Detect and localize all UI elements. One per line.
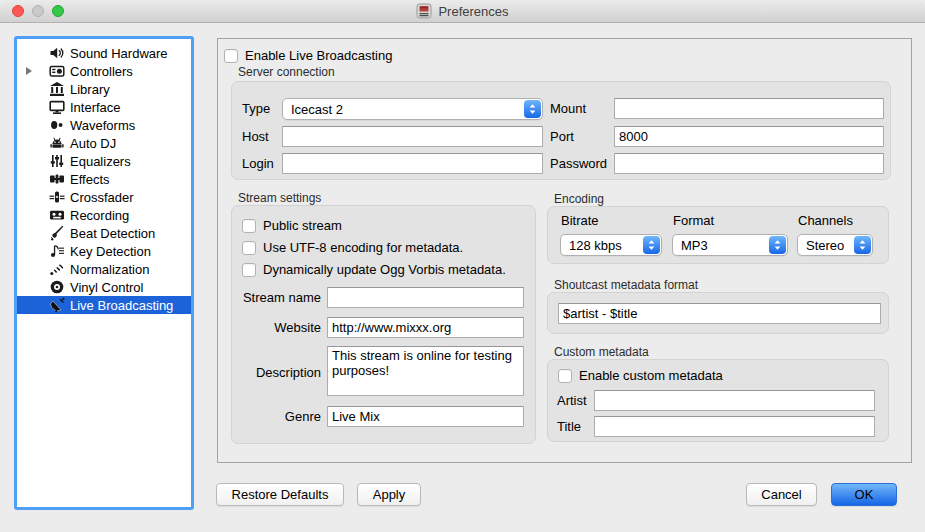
- window-title: Preferences: [438, 4, 508, 19]
- sidebar-item-vinyl-control[interactable]: Vinyl Control: [17, 278, 191, 296]
- title-input[interactable]: [594, 416, 875, 437]
- host-input[interactable]: [282, 126, 543, 147]
- type-dropdown[interactable]: Icecast 2: [282, 98, 543, 120]
- website-label: Website: [232, 317, 321, 338]
- sidebar-item-interface[interactable]: Interface: [17, 98, 191, 116]
- checkbox-box[interactable]: [242, 263, 256, 277]
- preferences-app-icon: [416, 3, 432, 19]
- custom-metadata-group: Enable custom metadata Artist Title: [547, 359, 889, 442]
- bitrate-dropdown-value: 128 kbps: [569, 238, 622, 253]
- sidebar-item-normalization[interactable]: Normalization: [17, 260, 191, 278]
- mount-input[interactable]: [614, 98, 884, 119]
- crossfader-icon: [49, 189, 65, 205]
- live-broadcasting-pane: Enable Live Broadcasting Server connecti…: [217, 38, 912, 463]
- enable-custom-metadata-label: Enable custom metadata: [579, 368, 723, 383]
- bitrate-label: Bitrate: [561, 210, 599, 231]
- robot-icon: [49, 135, 65, 151]
- sidebar-item-label: Crossfader: [70, 190, 134, 205]
- genre-input[interactable]: [327, 406, 524, 427]
- sidebar-item-crossfader[interactable]: Crossfader: [17, 188, 191, 206]
- artist-input[interactable]: [594, 390, 875, 411]
- sidebar-item-label: Vinyl Control: [70, 280, 143, 295]
- channels-label: Channels: [798, 210, 853, 231]
- waveform-icon: [49, 117, 65, 133]
- dropdown-stepper-icon: [643, 236, 660, 254]
- description-label: Description: [232, 362, 321, 383]
- public-stream-label: Public stream: [263, 218, 342, 233]
- sidebar-item-label: Recording: [70, 208, 129, 223]
- artist-label: Artist: [557, 390, 587, 411]
- channels-dropdown-value: Stereo: [806, 238, 844, 253]
- format-dropdown[interactable]: MP3: [672, 234, 788, 256]
- ok-button[interactable]: OK: [831, 483, 897, 506]
- shoutcast-format-input[interactable]: [558, 303, 881, 324]
- checkbox-box[interactable]: [558, 369, 572, 383]
- stream-name-input[interactable]: [327, 287, 524, 308]
- custom-metadata-title: Custom metadata: [554, 345, 649, 359]
- stream-name-label: Stream name: [232, 287, 321, 308]
- dropdown-stepper-icon: [769, 236, 786, 254]
- title-bar: Preferences: [0, 0, 925, 23]
- description-textarea[interactable]: This stream is online for testing purpos…: [327, 346, 524, 396]
- stream-settings-title: Stream settings: [238, 191, 321, 205]
- sidebar-item-label: Beat Detection: [70, 226, 155, 241]
- sidebar-item-effects[interactable]: Effects: [17, 170, 191, 188]
- format-label: Format: [673, 210, 714, 231]
- password-input[interactable]: [614, 153, 884, 174]
- satellite-dish-icon: [49, 297, 65, 313]
- preferences-window: { "window": { "title": "Preferences" }, …: [0, 0, 925, 532]
- cancel-button[interactable]: Cancel: [746, 483, 817, 506]
- sidebar-item-label: Auto DJ: [70, 136, 116, 151]
- dropdown-stepper-icon: [854, 236, 871, 254]
- preferences-sidebar: Sound Hardware Controllers Library Inter…: [14, 36, 194, 510]
- sidebar-item-library[interactable]: Library: [17, 80, 191, 98]
- sidebar-item-label: Live Broadcasting: [70, 298, 173, 313]
- sidebar-item-waveforms[interactable]: Waveforms: [17, 116, 191, 134]
- checkbox-box[interactable]: [224, 49, 238, 63]
- bitrate-dropdown[interactable]: 128 kbps: [560, 234, 662, 256]
- sidebar-item-beat-detection[interactable]: Beat Detection: [17, 224, 191, 242]
- checkbox-box[interactable]: [242, 219, 256, 233]
- website-input[interactable]: [327, 317, 524, 338]
- utf8-metadata-label: Use UTF-8 encoding for metadata.: [263, 240, 463, 255]
- port-label: Port: [550, 126, 574, 147]
- password-label: Password: [550, 153, 607, 174]
- sidebar-item-label: Normalization: [70, 262, 149, 277]
- port-input[interactable]: [614, 126, 884, 147]
- sidebar-item-sound-hardware[interactable]: Sound Hardware: [17, 44, 191, 62]
- ogg-vorbis-update-checkbox[interactable]: Dynamically update Ogg Vorbis metadata.: [242, 262, 506, 277]
- sound-waves-icon: [49, 261, 65, 277]
- utf8-metadata-checkbox[interactable]: Use UTF-8 encoding for metadata.: [242, 240, 463, 255]
- title-label: Title: [557, 416, 581, 437]
- enable-live-broadcasting-checkbox[interactable]: Enable Live Broadcasting: [224, 48, 392, 63]
- shoutcast-metadata-title: Shoutcast metadata format: [554, 278, 698, 292]
- enable-custom-metadata-checkbox[interactable]: Enable custom metadata: [558, 368, 723, 383]
- login-input[interactable]: [282, 153, 543, 174]
- sidebar-item-live-broadcasting[interactable]: Live Broadcasting: [17, 296, 191, 314]
- restore-defaults-button[interactable]: Restore Defaults: [216, 483, 344, 506]
- mount-label: Mount: [550, 98, 586, 119]
- sidebar-item-equalizers[interactable]: Equalizers: [17, 152, 191, 170]
- apply-button[interactable]: Apply: [357, 483, 421, 506]
- sidebar-item-auto-dj[interactable]: Auto DJ: [17, 134, 191, 152]
- genre-label: Genre: [232, 406, 321, 427]
- sidebar-item-label: Effects: [70, 172, 110, 187]
- shoutcast-metadata-group: [547, 292, 889, 334]
- sidebar-item-label: Sound Hardware: [70, 46, 168, 61]
- channels-dropdown[interactable]: Stereo: [797, 234, 873, 256]
- sidebar-item-controllers[interactable]: Controllers: [17, 62, 191, 80]
- host-label: Host: [242, 126, 269, 147]
- server-connection-group: Type Icecast 2 Mount Host Port Login Pas…: [231, 81, 891, 180]
- disclosure-area[interactable]: [24, 67, 49, 75]
- beat-whip-icon: [49, 225, 65, 241]
- sidebar-item-label: Key Detection: [70, 244, 151, 259]
- checkbox-box[interactable]: [242, 241, 256, 255]
- stream-settings-group: Public stream Use UTF-8 encoding for met…: [231, 205, 536, 444]
- dropdown-stepper-icon: [524, 100, 541, 118]
- sidebar-item-label: Controllers: [70, 64, 133, 79]
- speaker-icon: [49, 45, 65, 61]
- sidebar-item-key-detection[interactable]: Key Detection: [17, 242, 191, 260]
- sidebar-item-recording[interactable]: Recording: [17, 206, 191, 224]
- type-label: Type: [242, 98, 270, 119]
- public-stream-checkbox[interactable]: Public stream: [242, 218, 342, 233]
